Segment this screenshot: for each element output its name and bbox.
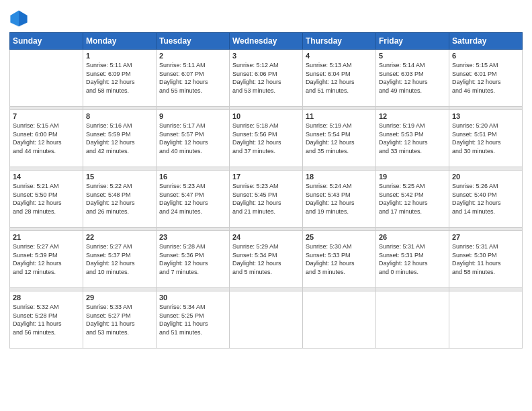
day-info: Sunrise: 5:22 AM Sunset: 5:48 PM Dayligh… (86, 182, 153, 216)
day-info: Sunrise: 5:15 AM Sunset: 6:01 PM Dayligh… (452, 61, 519, 95)
weekday-header-wednesday: Wednesday (230, 33, 303, 50)
day-number: 29 (86, 293, 153, 302)
day-number: 28 (13, 293, 80, 302)
day-info: Sunrise: 5:31 AM Sunset: 5:31 PM Dayligh… (379, 242, 446, 276)
weekday-header-tuesday: Tuesday (157, 33, 230, 50)
calendar-cell: 23Sunrise: 5:28 AM Sunset: 5:36 PM Dayli… (157, 231, 230, 288)
svg-marker-1 (19, 10, 28, 26)
calendar-cell: 12Sunrise: 5:19 AM Sunset: 5:53 PM Dayli… (376, 110, 449, 167)
day-info: Sunrise: 5:13 AM Sunset: 6:04 PM Dayligh… (306, 61, 373, 95)
day-number: 16 (159, 173, 226, 181)
day-info: Sunrise: 5:11 AM Sunset: 6:07 PM Dayligh… (159, 61, 226, 95)
day-number: 22 (86, 233, 153, 241)
day-info: Sunrise: 5:25 AM Sunset: 5:42 PM Dayligh… (379, 182, 446, 216)
day-number: 12 (379, 112, 446, 120)
day-info: Sunrise: 5:23 AM Sunset: 5:47 PM Dayligh… (159, 182, 226, 216)
week-row-1: 1Sunrise: 5:11 AM Sunset: 6:09 PM Daylig… (10, 50, 523, 107)
day-info: Sunrise: 5:26 AM Sunset: 5:40 PM Dayligh… (452, 182, 519, 216)
day-number: 7 (13, 112, 80, 120)
calendar-cell: 24Sunrise: 5:29 AM Sunset: 5:34 PM Dayli… (230, 231, 303, 288)
day-info: Sunrise: 5:17 AM Sunset: 5:57 PM Dayligh… (159, 122, 226, 155)
day-number: 18 (306, 173, 373, 181)
day-number: 17 (232, 173, 300, 181)
calendar-cell (449, 291, 523, 349)
weekday-header-sunday: Sunday (10, 33, 83, 50)
calendar-cell: 7Sunrise: 5:15 AM Sunset: 6:00 PM Daylig… (10, 110, 83, 167)
weekday-header-friday: Friday (376, 33, 449, 50)
calendar-cell (376, 291, 449, 349)
day-number: 1 (86, 52, 153, 60)
day-info: Sunrise: 5:27 AM Sunset: 5:37 PM Dayligh… (86, 242, 153, 276)
day-info: Sunrise: 5:23 AM Sunset: 5:45 PM Dayligh… (232, 182, 300, 216)
calendar-cell: 5Sunrise: 5:14 AM Sunset: 6:03 PM Daylig… (376, 50, 449, 107)
day-number: 2 (159, 52, 226, 60)
day-info: Sunrise: 5:29 AM Sunset: 5:34 PM Dayligh… (232, 242, 300, 276)
day-number: 13 (452, 112, 519, 120)
calendar-cell (10, 50, 83, 107)
day-info: Sunrise: 5:21 AM Sunset: 5:50 PM Dayligh… (13, 182, 80, 216)
calendar-cell: 19Sunrise: 5:25 AM Sunset: 5:42 PM Dayli… (376, 171, 449, 228)
week-row-2: 7Sunrise: 5:15 AM Sunset: 6:00 PM Daylig… (10, 110, 523, 167)
day-info: Sunrise: 5:16 AM Sunset: 5:59 PM Dayligh… (86, 122, 153, 155)
calendar-cell (303, 291, 376, 349)
weekday-header-monday: Monday (83, 33, 157, 50)
calendar-cell: 14Sunrise: 5:21 AM Sunset: 5:50 PM Dayli… (10, 171, 83, 228)
day-number: 25 (306, 233, 373, 241)
day-info: Sunrise: 5:19 AM Sunset: 5:54 PM Dayligh… (306, 122, 373, 155)
calendar-cell: 25Sunrise: 5:30 AM Sunset: 5:33 PM Dayli… (303, 231, 376, 288)
day-number: 10 (232, 112, 300, 120)
day-number: 14 (13, 173, 80, 181)
day-number: 19 (379, 173, 446, 181)
calendar-cell: 1Sunrise: 5:11 AM Sunset: 6:09 PM Daylig… (83, 50, 157, 107)
day-info: Sunrise: 5:12 AM Sunset: 6:06 PM Dayligh… (232, 61, 300, 95)
svg-marker-2 (10, 10, 19, 26)
day-info: Sunrise: 5:24 AM Sunset: 5:43 PM Dayligh… (306, 182, 373, 216)
page-container: SundayMondayTuesdayWednesdayThursdayFrid… (0, 0, 532, 355)
day-info: Sunrise: 5:33 AM Sunset: 5:27 PM Dayligh… (86, 303, 153, 336)
logo (9, 9, 31, 28)
day-info: Sunrise: 5:11 AM Sunset: 6:09 PM Dayligh… (86, 61, 153, 95)
day-info: Sunrise: 5:30 AM Sunset: 5:33 PM Dayligh… (306, 242, 373, 276)
week-row-5: 28Sunrise: 5:32 AM Sunset: 5:28 PM Dayli… (10, 291, 523, 349)
day-number: 20 (452, 173, 519, 181)
calendar-cell: 11Sunrise: 5:19 AM Sunset: 5:54 PM Dayli… (303, 110, 376, 167)
calendar-cell: 20Sunrise: 5:26 AM Sunset: 5:40 PM Dayli… (449, 171, 523, 228)
calendar-cell: 15Sunrise: 5:22 AM Sunset: 5:48 PM Dayli… (83, 171, 157, 228)
day-number: 26 (379, 233, 446, 241)
day-info: Sunrise: 5:20 AM Sunset: 5:51 PM Dayligh… (452, 122, 519, 155)
day-number: 3 (232, 52, 300, 60)
calendar-cell: 17Sunrise: 5:23 AM Sunset: 5:45 PM Dayli… (230, 171, 303, 228)
week-row-4: 21Sunrise: 5:27 AM Sunset: 5:39 PM Dayli… (10, 231, 523, 288)
calendar-cell: 30Sunrise: 5:34 AM Sunset: 5:25 PM Dayli… (157, 291, 230, 349)
calendar-cell: 8Sunrise: 5:16 AM Sunset: 5:59 PM Daylig… (83, 110, 157, 167)
day-info: Sunrise: 5:32 AM Sunset: 5:28 PM Dayligh… (13, 303, 80, 336)
day-number: 21 (13, 233, 80, 241)
day-info: Sunrise: 5:19 AM Sunset: 5:53 PM Dayligh… (379, 122, 446, 155)
calendar-cell: 21Sunrise: 5:27 AM Sunset: 5:39 PM Dayli… (10, 231, 83, 288)
day-number: 4 (306, 52, 373, 60)
calendar-cell: 27Sunrise: 5:31 AM Sunset: 5:30 PM Dayli… (449, 231, 523, 288)
day-info: Sunrise: 5:34 AM Sunset: 5:25 PM Dayligh… (159, 303, 226, 336)
calendar-cell (230, 291, 303, 349)
day-number: 24 (232, 233, 300, 241)
day-info: Sunrise: 5:18 AM Sunset: 5:56 PM Dayligh… (232, 122, 300, 155)
week-row-3: 14Sunrise: 5:21 AM Sunset: 5:50 PM Dayli… (10, 171, 523, 228)
calendar-cell: 6Sunrise: 5:15 AM Sunset: 6:01 PM Daylig… (449, 50, 523, 107)
calendar-cell: 3Sunrise: 5:12 AM Sunset: 6:06 PM Daylig… (230, 50, 303, 107)
day-number: 11 (306, 112, 373, 120)
header (9, 7, 523, 28)
day-info: Sunrise: 5:14 AM Sunset: 6:03 PM Dayligh… (379, 61, 446, 95)
day-number: 9 (159, 112, 226, 120)
calendar-cell: 13Sunrise: 5:20 AM Sunset: 5:51 PM Dayli… (449, 110, 523, 167)
calendar-cell: 10Sunrise: 5:18 AM Sunset: 5:56 PM Dayli… (230, 110, 303, 167)
weekday-header-row: SundayMondayTuesdayWednesdayThursdayFrid… (10, 33, 523, 50)
calendar-cell: 29Sunrise: 5:33 AM Sunset: 5:27 PM Dayli… (83, 291, 157, 349)
day-number: 23 (159, 233, 226, 241)
calendar: SundayMondayTuesdayWednesdayThursdayFrid… (9, 32, 523, 349)
calendar-cell: 16Sunrise: 5:23 AM Sunset: 5:47 PM Dayli… (157, 171, 230, 228)
calendar-cell: 18Sunrise: 5:24 AM Sunset: 5:43 PM Dayli… (303, 171, 376, 228)
calendar-cell: 4Sunrise: 5:13 AM Sunset: 6:04 PM Daylig… (303, 50, 376, 107)
day-number: 8 (86, 112, 153, 120)
weekday-header-thursday: Thursday (303, 33, 376, 50)
day-info: Sunrise: 5:15 AM Sunset: 6:00 PM Dayligh… (13, 122, 80, 155)
